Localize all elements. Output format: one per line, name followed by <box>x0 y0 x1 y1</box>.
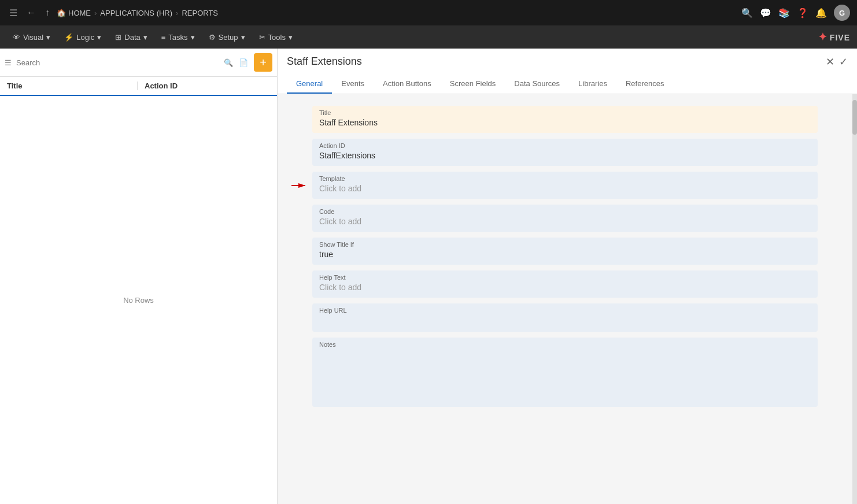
tab-data-sources[interactable]: Data Sources <box>505 75 569 94</box>
field-show-title-if-label: Show Title If <box>319 241 811 248</box>
field-action-id-label: Action ID <box>319 142 811 149</box>
avatar[interactable]: G <box>834 5 850 21</box>
nav-visual[interactable]: 👁 Visual ▾ <box>7 29 56 45</box>
content-area: Staff Extensions General Events Action B… <box>278 49 857 504</box>
field-title-label: Title <box>319 109 811 116</box>
tasks-dropdown-icon: ▾ <box>191 33 195 42</box>
tools-icon: ✂ <box>259 33 265 42</box>
field-help-text[interactable]: Help Text Click to add <box>312 270 818 298</box>
template-arrow-annotation <box>291 180 309 191</box>
scroll-thumb[interactable] <box>852 100 857 135</box>
setup-dropdown-icon: ▾ <box>241 33 245 42</box>
top-nav-right: 🔍 💬 📚 ❓ 🔔 G <box>741 5 850 21</box>
breadcrumb-home[interactable]: 🏠 HOME <box>57 9 91 17</box>
tasks-icon: ≡ <box>161 33 166 42</box>
visual-dropdown-icon: ▾ <box>46 33 50 42</box>
close-icon[interactable]: ✕ <box>826 55 834 68</box>
search-submit-icon[interactable]: 🔍 <box>224 58 233 67</box>
home-icon: 🏠 <box>57 9 66 17</box>
sidebar-search-bar: ☰ 🔍 📄 + <box>0 49 277 77</box>
back-icon[interactable]: ← <box>24 5 38 20</box>
tab-action-buttons[interactable]: Action Buttons <box>374 75 441 94</box>
field-title[interactable]: Title Staff Extensions <box>312 106 818 133</box>
main-layout: ☰ 🔍 📄 + Title Action ID No Rows Staff Ex… <box>0 49 857 504</box>
field-notes[interactable]: Notes <box>312 338 818 407</box>
books-icon[interactable]: 📚 <box>778 8 790 18</box>
notification-icon[interactable]: 🔔 <box>815 8 827 18</box>
breadcrumb-applications[interactable]: APPLICATIONS (HR) <box>100 9 172 17</box>
field-action-id[interactable]: Action ID StaffExtensions <box>312 139 818 166</box>
top-nav: ☰ ← ↑ 🏠 HOME › APPLICATIONS (HR) › REPOR… <box>0 0 857 25</box>
breadcrumb: 🏠 HOME › APPLICATIONS (HR) › REPORTS <box>57 9 737 17</box>
filter-icon: ☰ <box>5 58 12 67</box>
chat-icon[interactable]: 💬 <box>760 8 771 18</box>
tabs: General Events Action Buttons Screen Fie… <box>287 75 673 94</box>
field-notes-label: Notes <box>319 341 811 348</box>
field-title-value: Staff Extensions <box>319 118 811 127</box>
nav-tools[interactable]: ✂ Tools ▾ <box>253 29 298 45</box>
breadcrumb-sep-1: › <box>94 9 97 17</box>
form-container: Title Staff Extensions Action ID StaffEx… <box>278 94 857 504</box>
search-input[interactable] <box>16 58 219 67</box>
nav-setup[interactable]: ⚙ Setup ▾ <box>203 29 251 45</box>
scrollbar[interactable] <box>852 94 857 504</box>
data-icon: ⊞ <box>115 33 121 42</box>
search-icon[interactable]: 🔍 <box>741 8 753 18</box>
nav-data[interactable]: ⊞ Data ▾ <box>109 29 153 45</box>
tab-events[interactable]: Events <box>332 75 374 94</box>
content-header: Staff Extensions General Events Action B… <box>278 49 857 94</box>
second-nav-items: 👁 Visual ▾ ⚡ Logic ▾ ⊞ Data ▾ ≡ Tasks ▾ … <box>7 29 298 45</box>
breadcrumb-reports[interactable]: REPORTS <box>182 9 218 17</box>
field-template[interactable]: Template Click to add <box>312 172 818 199</box>
field-notes-value <box>319 350 811 396</box>
field-show-title-if-value: true <box>319 250 811 259</box>
nav-logic[interactable]: ⚡ Logic ▾ <box>58 29 107 45</box>
second-nav: 👁 Visual ▾ ⚡ Logic ▾ ⊞ Data ▾ ≡ Tasks ▾ … <box>0 25 857 49</box>
column-action-id: Action ID <box>138 81 270 90</box>
field-template-value: Click to add <box>319 184 811 193</box>
logic-icon: ⚡ <box>64 33 73 42</box>
tab-general[interactable]: General <box>287 75 332 94</box>
help-icon[interactable]: ❓ <box>797 8 808 18</box>
content-header-left: Staff Extensions General Events Action B… <box>287 55 673 94</box>
nav-tasks[interactable]: ≡ Tasks ▾ <box>156 29 201 45</box>
field-help-url[interactable]: Help URL <box>312 303 818 332</box>
field-code-value: Click to add <box>319 217 811 226</box>
logic-dropdown-icon: ▾ <box>97 33 101 42</box>
tab-screen-fields[interactable]: Screen Fields <box>441 75 505 94</box>
field-help-text-label: Help Text <box>319 274 811 281</box>
add-button[interactable]: + <box>254 53 272 72</box>
content-header-right: ✕ ✓ <box>826 55 848 75</box>
column-title: Title <box>7 81 138 90</box>
tools-dropdown-icon: ▾ <box>289 33 293 42</box>
setup-icon: ⚙ <box>209 33 216 42</box>
field-template-label: Template <box>319 175 811 182</box>
document-icon[interactable]: 📄 <box>237 56 250 69</box>
no-rows-message: No Rows <box>0 96 277 504</box>
field-help-url-value <box>319 316 811 326</box>
five-logo: ✦ FIVE <box>818 31 850 43</box>
data-dropdown-icon: ▾ <box>143 33 147 42</box>
tab-references[interactable]: References <box>616 75 673 94</box>
tab-libraries[interactable]: Libraries <box>569 75 616 94</box>
field-code-label: Code <box>319 208 811 215</box>
up-icon[interactable]: ↑ <box>43 5 52 20</box>
sidebar-search-right: 🔍 📄 + <box>224 53 272 72</box>
menu-icon[interactable]: ☰ <box>7 5 20 21</box>
check-icon[interactable]: ✓ <box>839 55 848 68</box>
table-header: Title Action ID <box>0 77 277 96</box>
field-action-id-value: StaffExtensions <box>319 151 811 160</box>
page-title: Staff Extensions <box>287 55 673 68</box>
field-code[interactable]: Code Click to add <box>312 205 818 232</box>
form-area: Title Staff Extensions Action ID StaffEx… <box>278 94 852 504</box>
field-show-title-if[interactable]: Show Title If true <box>312 238 818 265</box>
visual-icon: 👁 <box>13 33 20 42</box>
sidebar: ☰ 🔍 📄 + Title Action ID No Rows <box>0 49 278 504</box>
field-help-text-value: Click to add <box>319 283 811 292</box>
breadcrumb-sep-2: › <box>176 9 178 17</box>
field-help-url-label: Help URL <box>319 307 811 314</box>
